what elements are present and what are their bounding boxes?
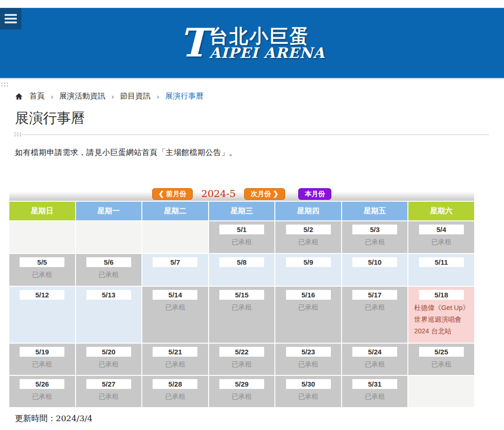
day-cell-5-30: 5/30已承租 bbox=[275, 376, 341, 407]
date-label: 5/2 bbox=[286, 225, 331, 234]
day-cell-5-9: 5/9 bbox=[275, 254, 341, 286]
date-label: 5/6 bbox=[86, 257, 131, 267]
page-title: 展演行事曆 bbox=[15, 109, 489, 128]
date-label: 5/13 bbox=[86, 290, 131, 300]
rented-status: 已承租 bbox=[142, 392, 208, 401]
event-link[interactable]: 杜德偉《Get Up》世界巡迴演唱會 2024 台北站 bbox=[408, 301, 474, 337]
breadcrumb-item[interactable]: 節目資訊 bbox=[120, 91, 151, 101]
day-cell-5-24: 5/24已承租 bbox=[342, 344, 408, 375]
empty-day-cell bbox=[142, 221, 208, 253]
logo-initial: T bbox=[179, 25, 209, 61]
day-cell-5-5: 5/5已承租 bbox=[9, 254, 75, 286]
calendar-nav-bar: ❮ 前月份 2024-5 次月份 ❯ 本月份 bbox=[9, 187, 474, 201]
date-label: 5/19 bbox=[20, 347, 64, 357]
date-label: 5/23 bbox=[286, 347, 331, 357]
rented-status: 已承租 bbox=[209, 238, 275, 247]
current-month-label: 2024-5 bbox=[201, 188, 236, 199]
rented-status: 已承租 bbox=[342, 392, 408, 401]
day-cell-5-1: 5/1已承租 bbox=[209, 221, 275, 253]
this-month-button[interactable]: 本月份 bbox=[298, 188, 332, 200]
date-label: 5/30 bbox=[286, 379, 331, 389]
date-label: 5/27 bbox=[86, 379, 131, 389]
rented-status: 已承租 bbox=[76, 392, 142, 401]
date-label: 5/28 bbox=[153, 379, 197, 389]
rented-status: 已承租 bbox=[76, 360, 142, 369]
rented-status: 已承租 bbox=[342, 238, 408, 247]
weekday-header: 星期一 bbox=[76, 202, 142, 220]
breadcrumb: 首頁›展演活動資訊›節目資訊›展演行事曆 bbox=[15, 91, 489, 101]
rented-status: 已承租 bbox=[342, 360, 408, 369]
rented-status: 已承租 bbox=[209, 360, 275, 369]
day-cell-5-31: 5/31已承租 bbox=[342, 376, 408, 407]
day-cell-5-2: 5/2已承租 bbox=[275, 221, 341, 253]
rented-status: 已承租 bbox=[275, 303, 341, 312]
day-cell-5-26: 5/26已承租 bbox=[9, 376, 75, 407]
breadcrumb-item[interactable]: 首頁 bbox=[29, 91, 45, 101]
next-month-button[interactable]: 次月份 ❯ bbox=[244, 188, 285, 200]
date-label: 5/11 bbox=[419, 257, 464, 267]
day-cell-5-20: 5/20已承租 bbox=[76, 344, 142, 375]
day-cell-5-18: 5/18杜德偉《Get Up》世界巡迴演唱會 2024 台北站 bbox=[408, 287, 474, 343]
rented-status: 已承租 bbox=[9, 392, 75, 401]
date-label: 5/3 bbox=[352, 225, 397, 234]
date-label: 5/25 bbox=[419, 347, 464, 357]
day-cell-5-19: 5/19已承租 bbox=[9, 344, 75, 375]
date-label: 5/14 bbox=[153, 290, 197, 300]
rented-status: 已承租 bbox=[209, 303, 275, 312]
home-icon[interactable] bbox=[15, 92, 23, 100]
taipei-arena-logo: T 台北小巨蛋 AIPEI ARENA bbox=[0, 8, 504, 78]
date-label: 5/8 bbox=[219, 257, 264, 267]
day-cell-5-6: 5/6已承租 bbox=[76, 254, 142, 286]
day-cell-5-8: 5/8 bbox=[209, 254, 275, 286]
day-cell-5-29: 5/29已承租 bbox=[209, 376, 275, 407]
empty-day-cell bbox=[76, 221, 142, 253]
breadcrumb-item[interactable]: 展演行事曆 bbox=[165, 91, 204, 101]
breadcrumb-separator: › bbox=[112, 92, 114, 100]
day-cell-5-17: 5/17已承租 bbox=[342, 287, 408, 343]
top-strip bbox=[0, 0, 504, 8]
day-cell-5-11: 5/11 bbox=[408, 254, 474, 286]
empty-day-cell bbox=[408, 376, 474, 407]
date-label: 5/20 bbox=[86, 347, 131, 357]
date-label: 5/21 bbox=[153, 347, 197, 357]
rented-status: 已承租 bbox=[142, 303, 208, 312]
calendar-grid: 星期日星期一星期二星期三星期四星期五星期六5/1已承租5/2已承租5/3已承租5… bbox=[9, 202, 474, 407]
day-cell-5-21: 5/21已承租 bbox=[142, 344, 208, 375]
date-label: 5/12 bbox=[20, 290, 64, 300]
weekday-header: 星期五 bbox=[342, 202, 408, 220]
date-label: 5/24 bbox=[352, 347, 397, 357]
dots-artifact bbox=[14, 133, 21, 136]
logo-chinese: 台北小巨蛋 bbox=[209, 26, 325, 46]
date-label: 5/5 bbox=[20, 257, 64, 267]
rented-status: 已承租 bbox=[408, 238, 474, 247]
day-cell-5-23: 5/23已承租 bbox=[275, 344, 341, 375]
rented-status: 已承租 bbox=[76, 270, 142, 279]
date-label: 5/9 bbox=[286, 257, 331, 267]
weekday-header: 星期二 bbox=[142, 202, 208, 220]
day-cell-5-28: 5/28已承租 bbox=[142, 376, 208, 407]
breadcrumb-item[interactable]: 展演活動資訊 bbox=[59, 91, 105, 101]
prev-month-button[interactable]: ❮ 前月份 bbox=[152, 188, 193, 200]
day-cell-5-14: 5/14已承租 bbox=[142, 287, 208, 343]
events-calendar: ❮ 前月份 2024-5 次月份 ❯ 本月份 星期日星期一星期二星期三星期四星期… bbox=[9, 187, 474, 407]
date-label: 5/22 bbox=[219, 347, 264, 357]
rented-status: 已承租 bbox=[342, 303, 408, 312]
day-cell-5-22: 5/22已承租 bbox=[209, 344, 275, 375]
date-label: 5/26 bbox=[20, 379, 64, 389]
rented-status: 已承租 bbox=[142, 360, 208, 369]
date-label: 5/1 bbox=[219, 225, 264, 234]
rented-status: 已承租 bbox=[408, 360, 474, 369]
date-label: 5/29 bbox=[219, 379, 264, 389]
rented-status: 已承租 bbox=[275, 238, 341, 247]
day-cell-5-27: 5/27已承租 bbox=[76, 376, 142, 407]
update-time: 更新時間：2024/3/4 bbox=[15, 413, 504, 424]
day-cell-5-4: 5/4已承租 bbox=[408, 221, 474, 253]
day-cell-5-16: 5/16已承租 bbox=[275, 287, 341, 343]
date-label: 5/31 bbox=[352, 379, 397, 389]
day-cell-5-25: 5/25已承租 bbox=[408, 344, 474, 375]
weekday-header: 星期六 bbox=[408, 202, 474, 220]
date-label: 5/16 bbox=[286, 290, 331, 300]
day-cell-5-7: 5/7 bbox=[142, 254, 208, 286]
day-cell-5-13: 5/13 bbox=[76, 287, 142, 343]
day-cell-5-12: 5/12 bbox=[9, 287, 75, 343]
